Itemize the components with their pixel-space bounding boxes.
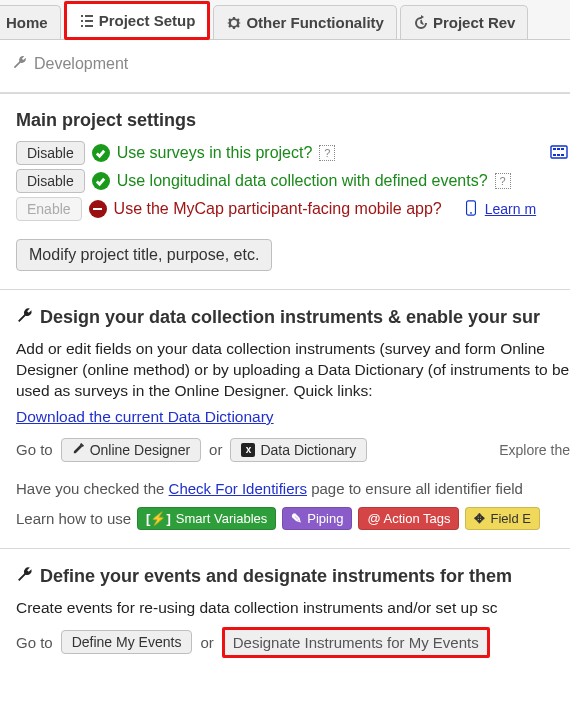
- modify-project-button[interactable]: Modify project title, purpose, etc.: [16, 239, 272, 271]
- chip-field-embed[interactable]: ✥ Field E: [465, 507, 539, 530]
- chip-action-label: @ Action Tags: [367, 511, 450, 526]
- gear-icon: [226, 15, 242, 31]
- checklist-icon: [79, 13, 95, 29]
- goto-events-row: Go to Define My Events or Designate Inst…: [16, 627, 570, 658]
- row-longitudinal: Disable Use longitudinal data collection…: [16, 169, 570, 193]
- data-dictionary-label: Data Dictionary: [260, 442, 356, 458]
- check-identifiers-link[interactable]: Check For Identifiers: [169, 480, 307, 497]
- excel-icon: x: [241, 443, 255, 457]
- svg-rect-0: [551, 146, 567, 158]
- learn-how-label: Learn how to use: [16, 510, 131, 527]
- row-mycap: Enable Use the MyCap participant-facing …: [16, 197, 570, 221]
- download-data-dictionary-link[interactable]: Download the current Data Dictionary: [16, 408, 274, 425]
- chip-piping[interactable]: ✎ Piping: [282, 507, 352, 530]
- design-heading-text: Design your data collection instruments …: [40, 307, 540, 328]
- data-dictionary-button[interactable]: x Data Dictionary: [230, 438, 367, 462]
- help-icon[interactable]: ?: [495, 173, 511, 189]
- disable-surveys-button[interactable]: Disable: [16, 141, 85, 165]
- define-my-events-button[interactable]: Define My Events: [61, 630, 193, 654]
- design-body-text: Add or edit fields on your data collecti…: [16, 339, 570, 402]
- learn-how-row: Learn how to use [⚡] Smart Variables ✎ P…: [16, 507, 570, 530]
- online-designer-label: Online Designer: [90, 442, 190, 458]
- phone-icon: [464, 200, 478, 219]
- goto-designer-row: Go to Online Designer or x Data Dictiona…: [16, 438, 570, 462]
- minus-circle-icon: [89, 200, 107, 218]
- wrench-icon: [16, 306, 34, 329]
- chip-smart-label: Smart Variables: [176, 511, 268, 526]
- svg-rect-3: [561, 148, 564, 150]
- svg-rect-2: [557, 148, 560, 150]
- tab-home[interactable]: Home: [0, 5, 61, 39]
- goto-label: Go to: [16, 441, 53, 458]
- panel-design-instruments: Design your data collection instruments …: [0, 289, 570, 548]
- explore-label: Explore the: [499, 442, 570, 458]
- design-heading: Design your data collection instruments …: [16, 306, 570, 329]
- goto-label: Go to: [16, 634, 53, 651]
- tab-project-setup[interactable]: Project Setup: [64, 1, 211, 40]
- chip-smart-variables[interactable]: [⚡] Smart Variables: [137, 507, 276, 530]
- move-icon: ✥: [474, 511, 485, 526]
- development-status: Development: [0, 40, 570, 93]
- tab-other-functionality[interactable]: Other Functionality: [213, 5, 397, 39]
- tab-project-setup-label: Project Setup: [99, 12, 196, 29]
- bolt-icon: [⚡]: [146, 511, 171, 526]
- designate-instruments-button[interactable]: Designate Instruments for My Events: [222, 627, 490, 658]
- longitudinal-text: Use longitudinal data collection with de…: [117, 172, 488, 190]
- tab-project-revision-label: Project Rev: [433, 14, 516, 31]
- svg-rect-1: [553, 148, 556, 150]
- identifiers-pre: Have you checked the: [16, 480, 169, 497]
- svg-rect-4: [553, 154, 556, 156]
- main-settings-heading: Main project settings: [16, 110, 570, 131]
- tab-project-revision[interactable]: Project Rev: [400, 5, 529, 39]
- wrench-icon: [12, 54, 28, 74]
- events-heading-text: Define your events and designate instrum…: [40, 566, 512, 587]
- tab-other-functionality-label: Other Functionality: [246, 14, 384, 31]
- mycap-text: Use the MyCap participant-facing mobile …: [114, 200, 442, 218]
- identifiers-post: page to ensure all identifier field: [307, 480, 523, 497]
- row-surveys: Disable Use surveys in this project? ?: [16, 141, 570, 165]
- panel-main-settings: Main project settings Disable Use survey…: [0, 93, 570, 289]
- online-designer-button[interactable]: Online Designer: [61, 438, 201, 462]
- chip-piping-label: Piping: [307, 511, 343, 526]
- surveys-text: Use surveys in this project?: [117, 144, 313, 162]
- development-label: Development: [34, 55, 128, 73]
- wand-icon: ✎: [291, 511, 302, 526]
- wrench-icon: [16, 565, 34, 588]
- events-heading: Define your events and designate instrum…: [16, 565, 570, 588]
- identifiers-row: Have you checked the Check For Identifie…: [16, 480, 570, 497]
- events-body-text: Create events for re-using data collecti…: [16, 598, 570, 619]
- or-label: or: [200, 634, 213, 651]
- tab-home-label: Home: [6, 14, 48, 31]
- pencil-icon: [72, 442, 85, 458]
- disable-longitudinal-button[interactable]: Disable: [16, 169, 85, 193]
- learn-more-link[interactable]: Learn m: [485, 201, 536, 217]
- video-icon[interactable]: [550, 143, 568, 164]
- check-circle-icon: [92, 144, 110, 162]
- svg-point-8: [470, 212, 472, 214]
- chip-field-label: Field E: [490, 511, 530, 526]
- help-icon[interactable]: ?: [319, 145, 335, 161]
- svg-rect-5: [557, 154, 560, 156]
- history-icon: [413, 15, 429, 31]
- or-label: or: [209, 441, 222, 458]
- enable-mycap-button[interactable]: Enable: [16, 197, 82, 221]
- tab-bar: Home Project Setup Other Functionality P…: [0, 0, 570, 40]
- svg-rect-6: [561, 154, 564, 156]
- panel-define-events: Define your events and designate instrum…: [0, 548, 570, 676]
- chip-action-tags[interactable]: @ Action Tags: [358, 507, 459, 530]
- check-circle-icon: [92, 172, 110, 190]
